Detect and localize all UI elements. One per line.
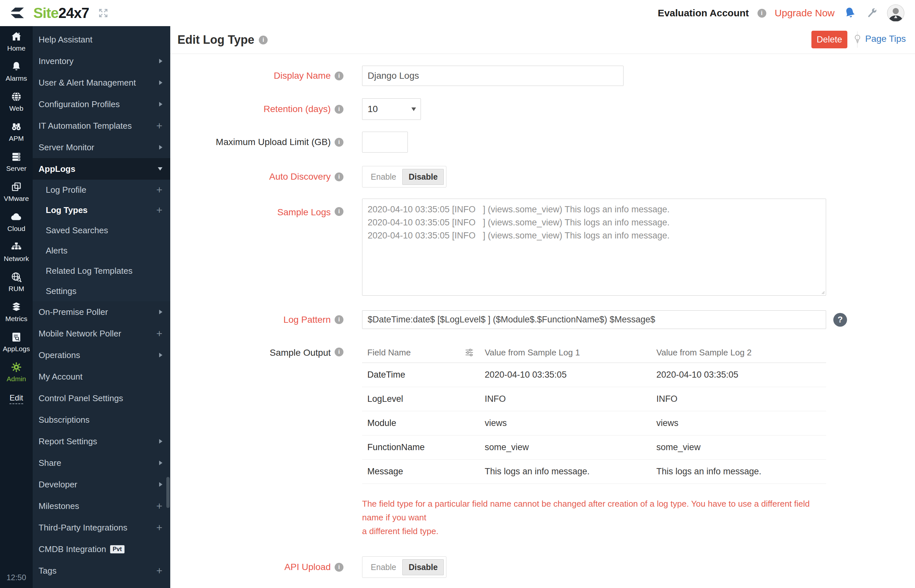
- upgrade-now-link[interactable]: Upgrade Now: [775, 8, 834, 19]
- max-upload-input[interactable]: [362, 132, 408, 153]
- delete-button[interactable]: Delete: [812, 31, 847, 48]
- info-icon[interactable]: i: [335, 138, 343, 147]
- sidebar-item-operations[interactable]: Operations: [33, 344, 170, 366]
- rail-label: Cloud: [8, 225, 26, 233]
- api-upload-enable-option[interactable]: Enable: [365, 559, 403, 575]
- notifications-bell-icon[interactable]: [843, 6, 857, 20]
- retention-select[interactable]: 10: [362, 99, 421, 120]
- sidebar-item-cmdb-integration[interactable]: CMDB IntegrationPvt: [33, 538, 170, 560]
- rail-item-cloud[interactable]: Cloud: [8, 211, 26, 233]
- plus-icon[interactable]: +: [156, 205, 162, 215]
- max-upload-label: Maximum Upload Limit (GB): [216, 137, 331, 147]
- sidebar-item-share[interactable]: Share: [33, 452, 170, 474]
- sample-logs-textarea[interactable]: 2020-04-10 03:35:05 [INFO ] (views.some_…: [362, 199, 826, 296]
- auto-discovery-row: Auto Discovery i Enable Disable: [170, 166, 915, 187]
- account-type-label: Evaluation Account: [658, 8, 749, 19]
- globe-icon: [10, 91, 22, 103]
- expand-icon[interactable]: [98, 8, 109, 19]
- api-upload-label: API Upload: [284, 562, 331, 572]
- rail-edit-mode[interactable]: Edit: [10, 393, 23, 404]
- sidebar-item-settings[interactable]: Settings: [33, 281, 170, 301]
- plus-icon: +: [156, 565, 162, 576]
- sidebar-item-server-monitor[interactable]: Server Monitor: [33, 137, 170, 158]
- chevron-down-icon: [158, 167, 162, 171]
- plus-icon[interactable]: +: [156, 184, 162, 195]
- info-icon[interactable]: i: [259, 36, 268, 44]
- top-bar: Site24x7 Evaluation Account i Upgrade No…: [0, 0, 915, 26]
- rail-item-applogs[interactable]: AppLogs: [3, 331, 30, 353]
- rail-item-rum[interactable]: RUM: [8, 271, 24, 293]
- sidebar-item-subscriptions[interactable]: Subscriptions: [33, 409, 170, 431]
- rail-item-web[interactable]: Web: [10, 91, 24, 112]
- sidebar-item-on-premise-poller[interactable]: On-Premise Poller: [33, 301, 170, 323]
- pattern-help-button[interactable]: ?: [833, 313, 847, 327]
- page-header: Edit Log Type i Delete Page Tips: [170, 26, 915, 54]
- log-pattern-input[interactable]: $DateTime:date$ [$LogLevel$ ] ($Module$.…: [362, 310, 826, 329]
- rail-item-apm[interactable]: APM: [9, 121, 24, 142]
- sidebar-item-developer[interactable]: Developer: [33, 474, 170, 495]
- sidebar-item-configuration-profiles[interactable]: Configuration Profiles: [33, 94, 170, 115]
- chevron-right-icon: [159, 59, 162, 63]
- sidebar-item-related-log-templates[interactable]: Related Log Templates: [33, 261, 170, 281]
- rail-item-alarms[interactable]: Alarms: [6, 61, 27, 82]
- user-avatar[interactable]: [887, 4, 905, 22]
- sidebar-item-it-automation-templates[interactable]: IT Automation Templates+: [33, 115, 170, 137]
- sample-output-header: Field Name Valu: [362, 342, 826, 363]
- sidebar-item-mobile-network-poller[interactable]: Mobile Network Poller+: [33, 323, 170, 344]
- resize-handle-icon[interactable]: [820, 289, 825, 295]
- rail-item-home[interactable]: Home: [7, 31, 26, 52]
- display-name-input[interactable]: [362, 66, 624, 86]
- sidebar-item-tags[interactable]: Tags+: [33, 560, 170, 582]
- rail-label: Server: [6, 165, 26, 173]
- sidebar-item-report-settings[interactable]: Report Settings: [33, 431, 170, 452]
- sample-output-table: Field Name Valu: [362, 342, 826, 484]
- api-upload-toggle: Enable Disable: [362, 556, 446, 578]
- sidebar-item-log-types[interactable]: Log Types+: [33, 200, 170, 220]
- sidebar-item-log-profile[interactable]: Log Profile+: [33, 180, 170, 200]
- api-upload-disable-option[interactable]: Disable: [402, 559, 444, 575]
- col-value-log2: Value from Sample Log 2: [655, 347, 826, 358]
- info-icon[interactable]: i: [335, 347, 343, 356]
- log-pattern-row: Log Pattern i $DateTime:date$ [$LogLevel…: [170, 310, 915, 329]
- sidebar-item-milestones[interactable]: Milestones+: [33, 495, 170, 517]
- sidebar-item-inventory[interactable]: Inventory: [33, 50, 170, 72]
- sidebar-item-help-assistant[interactable]: Help Assistant: [33, 29, 170, 50]
- sample-log-line: 2020-04-10 03:35:05 [INFO ] (views.some_…: [368, 203, 821, 216]
- info-icon[interactable]: i: [335, 71, 343, 80]
- sidebar-item-control-panel-settings[interactable]: Control Panel Settings: [33, 388, 170, 409]
- manage-fields-sliders-icon[interactable]: [464, 347, 474, 357]
- sidebar-item-my-account[interactable]: My Account: [33, 366, 170, 388]
- edit-log-type-form: Display Name i Retention (days) i 10: [170, 54, 915, 588]
- rail-item-server[interactable]: Server: [6, 151, 26, 173]
- col-field-name: Field Name: [367, 347, 411, 358]
- chevron-right-icon: [159, 482, 162, 487]
- rail-item-metrics[interactable]: Metrics: [5, 301, 27, 323]
- sidebar-item-user-alert-management[interactable]: User & Alert Management: [33, 72, 170, 94]
- sidebar-item-saved-searches[interactable]: Saved Searches: [33, 220, 170, 241]
- rail-item-admin[interactable]: Admin: [6, 361, 26, 383]
- site24x7-logo-mark: [10, 6, 25, 19]
- info-icon[interactable]: i: [335, 173, 343, 181]
- rail-item-vmware[interactable]: VMware: [3, 181, 29, 202]
- chevron-right-icon: [159, 353, 162, 357]
- applogs-doc-search-icon: [10, 331, 22, 343]
- auto-discovery-disable-option[interactable]: Disable: [402, 169, 444, 185]
- rail-item-network[interactable]: Network: [3, 241, 29, 263]
- rail-label: Home: [7, 44, 26, 52]
- sidebar-item-third-party-integrations[interactable]: Third-Party Integrations+: [33, 517, 170, 538]
- info-icon[interactable]: i: [335, 563, 343, 572]
- network-topology-icon: [10, 241, 22, 253]
- sidebar-item-applogs[interactable]: AppLogs: [33, 158, 170, 180]
- sidebar-item-alerts[interactable]: Alerts: [33, 241, 170, 261]
- table-row: DateTime 2020-04-10 03:35:05 2020-04-10 …: [362, 363, 826, 387]
- sidebar-scrollbar-thumb[interactable]: [167, 477, 170, 508]
- tools-wrench-icon[interactable]: [865, 6, 878, 19]
- col-value-log1: Value from Sample Log 1: [483, 347, 654, 358]
- info-icon[interactable]: i: [335, 207, 343, 216]
- info-icon[interactable]: i: [758, 9, 766, 18]
- metrics-layers-icon: [10, 301, 22, 313]
- auto-discovery-enable-option[interactable]: Enable: [365, 169, 403, 185]
- page-tips-link[interactable]: Page Tips: [853, 33, 906, 44]
- info-icon[interactable]: i: [335, 105, 343, 114]
- info-icon[interactable]: i: [335, 315, 343, 324]
